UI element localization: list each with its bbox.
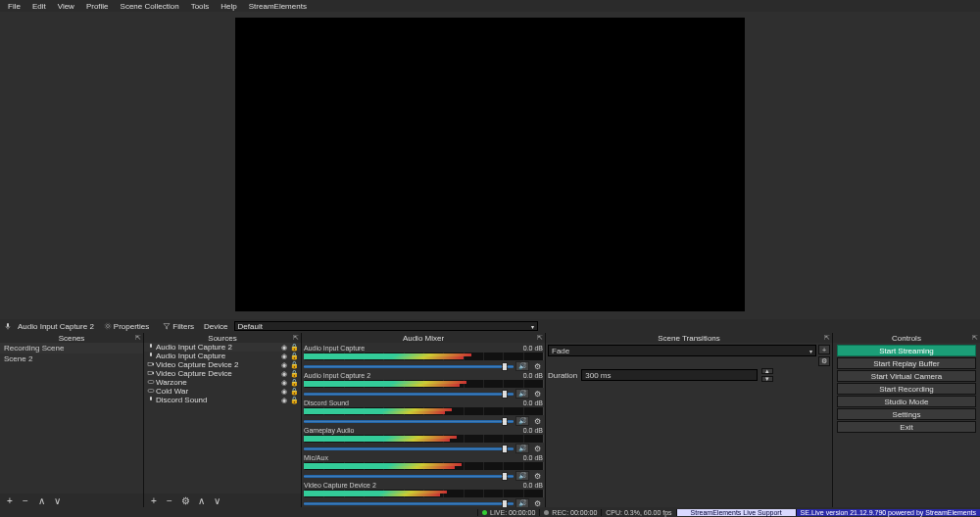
- lock-toggle[interactable]: 🔒: [289, 344, 299, 352]
- menu-edit[interactable]: Edit: [26, 2, 52, 11]
- remove-source-button[interactable]: −: [164, 495, 175, 506]
- track-settings-button[interactable]: ⚙: [531, 499, 543, 508]
- program-preview[interactable]: [235, 18, 745, 311]
- menu-view[interactable]: View: [52, 2, 80, 11]
- slider-knob[interactable]: [502, 472, 508, 481]
- add-source-button[interactable]: +: [148, 495, 160, 506]
- volume-slider[interactable]: [304, 393, 514, 396]
- visibility-toggle[interactable]: ◉: [279, 352, 289, 360]
- visibility-toggle[interactable]: ◉: [279, 344, 289, 352]
- start-recording-button[interactable]: Start Recording: [837, 383, 976, 395]
- duration-input[interactable]: 300 ms: [581, 369, 758, 381]
- slider-knob[interactable]: [502, 499, 508, 508]
- se-version-label: SE.Live version 21.12.9.790 powered by S…: [801, 509, 976, 516]
- source-row[interactable]: Audio Input Capture◉🔒: [144, 352, 301, 360]
- source-up-button[interactable]: ∧: [195, 495, 207, 506]
- lock-toggle[interactable]: 🔒: [289, 388, 299, 396]
- popout-icon[interactable]: ⇱: [135, 334, 141, 342]
- slider-knob[interactable]: [502, 445, 508, 453]
- source-row[interactable]: Audio Input Capture 2◉🔒: [144, 343, 301, 352]
- popout-icon[interactable]: ⇱: [972, 334, 978, 342]
- mixer-title: Audio Mixer ⇱: [302, 333, 545, 343]
- start-streaming-button[interactable]: Start Streaming: [837, 345, 976, 356]
- visibility-toggle[interactable]: ◉: [279, 361, 289, 369]
- menu-profile[interactable]: Profile: [80, 2, 115, 11]
- mute-button[interactable]: 🔊: [515, 361, 529, 371]
- track-settings-button[interactable]: ⚙: [531, 445, 543, 453]
- duration-up-button[interactable]: ▴: [761, 368, 773, 374]
- scene-item[interactable]: Recording Scene: [0, 343, 143, 353]
- menu-scene-collection[interactable]: Scene Collection: [115, 2, 185, 11]
- se-support-button[interactable]: StreamElements Live Support: [676, 509, 796, 516]
- track-settings-button[interactable]: ⚙: [531, 472, 543, 481]
- visibility-toggle[interactable]: ◉: [279, 370, 289, 378]
- slider-knob[interactable]: [502, 417, 508, 426]
- visibility-toggle[interactable]: ◉: [279, 379, 289, 387]
- volume-slider[interactable]: [304, 420, 514, 423]
- exit-button[interactable]: Exit: [837, 421, 976, 433]
- studio-mode-button[interactable]: Studio Mode: [837, 396, 976, 407]
- mute-button[interactable]: 🔊: [515, 444, 529, 453]
- source-row[interactable]: Discord Sound◉🔒: [144, 396, 301, 404]
- visibility-toggle[interactable]: ◉: [279, 397, 289, 404]
- slider-knob[interactable]: [502, 362, 508, 371]
- menu-help[interactable]: Help: [215, 2, 242, 11]
- vu-meter: [304, 407, 543, 415]
- mixer-track[interactable]: Audio Input Capture0.0 dB🔊⚙: [304, 345, 543, 371]
- remove-scene-button[interactable]: −: [20, 495, 31, 506]
- duration-down-button[interactable]: ▾: [761, 376, 773, 382]
- source-row[interactable]: Warzone◉🔒: [144, 378, 301, 387]
- volume-slider[interactable]: [304, 475, 514, 478]
- filters-button[interactable]: Filters: [159, 322, 198, 331]
- lock-toggle[interactable]: 🔒: [289, 397, 299, 404]
- add-scene-button[interactable]: +: [4, 495, 16, 506]
- volume-slider[interactable]: [304, 365, 514, 368]
- start-virtual-camera-button[interactable]: Start Virtual Camera: [837, 370, 976, 382]
- mixer-track[interactable]: Gameplay Audio0.0 dB🔊⚙: [304, 427, 543, 453]
- settings-button[interactable]: Settings: [837, 408, 976, 420]
- scene-up-button[interactable]: ∧: [35, 495, 47, 506]
- device-dropdown[interactable]: Default ▾: [234, 321, 538, 331]
- mic-icon: [146, 343, 156, 352]
- mute-button[interactable]: 🔊: [515, 416, 529, 426]
- scene-item[interactable]: Scene 2: [0, 353, 143, 364]
- popout-icon[interactable]: ⇱: [824, 334, 830, 342]
- mixer-track[interactable]: Audio Input Capture 20.0 dB🔊⚙: [304, 372, 543, 399]
- start-replay-buffer-button[interactable]: Start Replay Buffer: [837, 357, 976, 369]
- transition-config-button[interactable]: ⚙: [818, 356, 830, 366]
- scene-down-button[interactable]: ∨: [51, 495, 63, 506]
- source-row[interactable]: Video Capture Device 2◉🔒: [144, 360, 301, 369]
- lock-toggle[interactable]: 🔒: [289, 361, 299, 369]
- menu-tools[interactable]: Tools: [185, 2, 216, 11]
- lock-toggle[interactable]: 🔒: [289, 370, 299, 378]
- menu-file[interactable]: File: [2, 2, 26, 11]
- properties-button[interactable]: Properties: [100, 322, 153, 331]
- volume-slider[interactable]: [304, 447, 514, 450]
- track-settings-button[interactable]: ⚙: [531, 390, 543, 399]
- lock-toggle[interactable]: 🔒: [289, 379, 299, 387]
- visibility-toggle[interactable]: ◉: [279, 388, 289, 396]
- lock-toggle[interactable]: 🔒: [289, 352, 299, 360]
- volume-slider[interactable]: [304, 502, 514, 505]
- source-props-button[interactable]: ⚙: [179, 495, 191, 506]
- popout-icon[interactable]: ⇱: [293, 334, 299, 342]
- source-row[interactable]: Video Capture Device◉🔒: [144, 369, 301, 378]
- mute-button[interactable]: 🔊: [515, 471, 529, 481]
- mixer-track[interactable]: Video Capture Device 20.0 dB🔊⚙: [304, 482, 543, 507]
- mute-button[interactable]: 🔊: [515, 389, 529, 399]
- source-row[interactable]: Cold War◉🔒: [144, 387, 301, 396]
- transition-dropdown[interactable]: Fade ▾: [548, 345, 816, 356]
- source-down-button[interactable]: ∨: [211, 495, 222, 506]
- source-label: Video Capture Device: [156, 369, 279, 378]
- panel-title-label: Audio Mixer: [403, 334, 444, 343]
- mixer-track[interactable]: Mic/Aux0.0 dB🔊⚙: [304, 454, 543, 481]
- dock-panels: Scenes ⇱ Recording SceneScene 2 + − ∧ ∨ …: [0, 333, 980, 507]
- track-settings-button[interactable]: ⚙: [531, 417, 543, 426]
- popout-icon[interactable]: ⇱: [537, 334, 543, 342]
- mixer-track[interactable]: Discord Sound0.0 dB🔊⚙: [304, 400, 543, 426]
- transition-add-button[interactable]: +: [818, 345, 830, 354]
- mute-button[interactable]: 🔊: [515, 498, 529, 507]
- slider-knob[interactable]: [502, 390, 508, 399]
- track-settings-button[interactable]: ⚙: [531, 362, 543, 371]
- menu-streamelements[interactable]: StreamElements: [243, 2, 313, 11]
